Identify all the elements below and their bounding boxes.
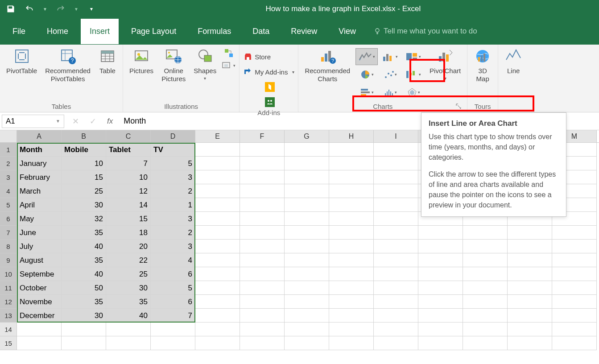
cell[interactable] bbox=[508, 253, 552, 267]
cell[interactable]: 10 bbox=[106, 170, 151, 184]
cell[interactable] bbox=[418, 281, 463, 295]
cell[interactable] bbox=[329, 198, 374, 212]
cell[interactable]: February bbox=[17, 170, 62, 184]
cell[interactable] bbox=[240, 198, 285, 212]
cell[interactable]: 5 bbox=[151, 281, 195, 295]
cell[interactable] bbox=[195, 323, 240, 336]
row-header[interactable]: 10 bbox=[0, 267, 17, 281]
cell[interactable]: 25 bbox=[62, 184, 106, 198]
cell[interactable]: December bbox=[17, 309, 62, 323]
cell[interactable] bbox=[463, 226, 508, 240]
tab-home[interactable]: Home bbox=[38, 19, 77, 44]
people-graph-button[interactable] bbox=[265, 97, 275, 107]
cell[interactable] bbox=[285, 336, 329, 350]
select-all-corner[interactable] bbox=[0, 130, 17, 142]
cell[interactable] bbox=[285, 157, 329, 170]
cell[interactable]: 3 bbox=[151, 212, 195, 226]
column-header[interactable]: D bbox=[151, 130, 195, 142]
cell[interactable]: 7 bbox=[151, 309, 195, 323]
cell[interactable] bbox=[195, 281, 240, 295]
cell[interactable] bbox=[285, 212, 329, 226]
cell[interactable] bbox=[240, 281, 285, 295]
scatter-chart-button[interactable]: ▾ bbox=[379, 66, 401, 83]
cell[interactable]: 25 bbox=[106, 267, 151, 281]
cell[interactable] bbox=[329, 240, 374, 253]
cell[interactable] bbox=[240, 253, 285, 267]
cell[interactable] bbox=[374, 157, 418, 170]
cell[interactable]: August bbox=[17, 253, 62, 267]
column-chart-button[interactable]: ▾ bbox=[379, 48, 401, 65]
cell[interactable] bbox=[329, 184, 374, 198]
cell[interactable] bbox=[552, 253, 597, 267]
cell[interactable] bbox=[240, 336, 285, 350]
column-header[interactable]: E bbox=[195, 130, 240, 142]
cell[interactable]: 14 bbox=[106, 198, 151, 212]
cell[interactable] bbox=[418, 226, 463, 240]
cell[interactable]: 35 bbox=[62, 295, 106, 309]
cell[interactable]: 5 bbox=[151, 157, 195, 170]
cell[interactable] bbox=[285, 295, 329, 309]
cell[interactable] bbox=[17, 336, 62, 350]
cell[interactable] bbox=[195, 212, 240, 226]
cell[interactable]: TV bbox=[151, 143, 195, 157]
cell[interactable] bbox=[285, 323, 329, 336]
cell[interactable] bbox=[552, 323, 597, 336]
enter-formula-icon[interactable]: ✓ bbox=[90, 116, 96, 126]
cell[interactable] bbox=[463, 281, 508, 295]
cell[interactable] bbox=[374, 212, 418, 226]
recommended-pivottables-button[interactable]: ? Recommended PivotTables bbox=[42, 46, 93, 84]
cell[interactable] bbox=[285, 267, 329, 281]
row-header[interactable]: 8 bbox=[0, 240, 17, 253]
redo-icon[interactable] bbox=[55, 4, 66, 14]
cell[interactable] bbox=[195, 157, 240, 170]
cell[interactable] bbox=[285, 226, 329, 240]
cell[interactable]: 30 bbox=[62, 198, 106, 212]
statistic-chart-button[interactable]: ▾ bbox=[379, 84, 401, 101]
undo-icon[interactable] bbox=[24, 4, 35, 14]
cell[interactable]: 10 bbox=[62, 157, 106, 170]
cell[interactable]: 3 bbox=[151, 240, 195, 253]
cell[interactable] bbox=[106, 336, 151, 350]
cell[interactable]: July bbox=[17, 240, 62, 253]
column-header[interactable]: G bbox=[285, 130, 329, 142]
cell[interactable] bbox=[285, 281, 329, 295]
cell[interactable]: 6 bbox=[151, 267, 195, 281]
column-header[interactable]: C bbox=[106, 130, 151, 142]
cell[interactable]: 7 bbox=[106, 157, 151, 170]
cell[interactable] bbox=[508, 267, 552, 281]
cell[interactable] bbox=[195, 267, 240, 281]
cell[interactable] bbox=[329, 253, 374, 267]
cell[interactable] bbox=[195, 295, 240, 309]
cell[interactable] bbox=[418, 323, 463, 336]
cell[interactable]: April bbox=[17, 198, 62, 212]
cell[interactable]: 2 bbox=[151, 226, 195, 240]
cell[interactable] bbox=[374, 143, 418, 157]
cell[interactable]: 3 bbox=[151, 170, 195, 184]
cell[interactable]: 12 bbox=[106, 184, 151, 198]
row-header[interactable]: 11 bbox=[0, 281, 17, 295]
cell[interactable] bbox=[195, 184, 240, 198]
cell[interactable] bbox=[418, 336, 463, 350]
cell[interactable] bbox=[463, 267, 508, 281]
cell[interactable] bbox=[195, 226, 240, 240]
cell[interactable]: March bbox=[17, 184, 62, 198]
row-header[interactable]: 2 bbox=[0, 157, 17, 170]
row-header[interactable]: 13 bbox=[0, 309, 17, 323]
cell[interactable] bbox=[374, 253, 418, 267]
cell[interactable] bbox=[508, 281, 552, 295]
cell[interactable]: 40 bbox=[106, 309, 151, 323]
cell[interactable] bbox=[552, 295, 597, 309]
cell[interactable] bbox=[329, 267, 374, 281]
cell[interactable] bbox=[463, 253, 508, 267]
cell[interactable] bbox=[240, 309, 285, 323]
cell[interactable] bbox=[374, 295, 418, 309]
cell[interactable]: Septembe bbox=[17, 267, 62, 281]
cell[interactable]: May bbox=[17, 212, 62, 226]
cell[interactable]: 40 bbox=[62, 240, 106, 253]
shapes-button[interactable]: Shapes ▾ bbox=[191, 46, 219, 82]
cell[interactable] bbox=[463, 240, 508, 253]
tab-page-layout[interactable]: Page Layout bbox=[122, 19, 185, 44]
tab-file[interactable]: File bbox=[4, 19, 34, 44]
3d-map-button[interactable]: 3D Map bbox=[471, 46, 494, 84]
pivotchart-button[interactable]: PivotChart ▾ bbox=[427, 46, 463, 82]
